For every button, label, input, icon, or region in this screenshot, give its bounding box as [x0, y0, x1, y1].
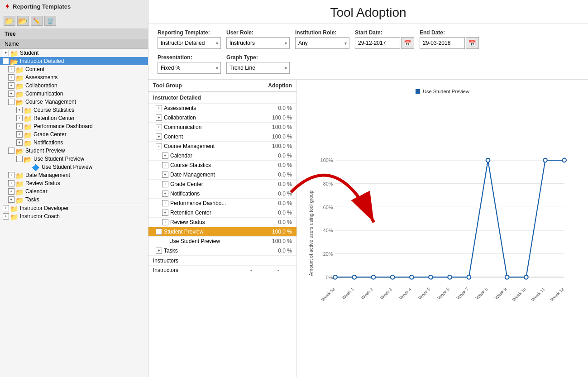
folder-icon-calendar: 📁 — [15, 188, 24, 195]
tree-item-instructor-developer[interactable]: 📁 Instructor Developer — [0, 204, 148, 212]
expand-student-preview-tbl[interactable]: - — [156, 229, 162, 235]
add-folder-button[interactable]: 📁+ — [4, 16, 15, 26]
row-adoption-collaboration: 100.0 % — [256, 115, 292, 121]
expand-retention[interactable] — [16, 115, 23, 121]
expand-instructor-coach[interactable] — [3, 213, 9, 220]
reporting-template-select[interactable]: Instructor Detailed — [158, 37, 221, 49]
expand-calendar-tbl[interactable]: + — [162, 153, 168, 159]
tree-item-performance-dashboard[interactable]: 📁 Performance Dashboard — [0, 122, 148, 130]
expand-tasks-tbl[interactable]: + — [156, 248, 162, 254]
expand-student-preview[interactable] — [8, 148, 14, 154]
tree-item-instructor-detailed[interactable]: 📂 Instructor Detailed — [0, 57, 148, 65]
tree-item-content[interactable]: 📁 Content — [0, 65, 148, 73]
expand-retention-tbl[interactable]: + — [162, 210, 168, 216]
start-date-input[interactable] — [355, 37, 400, 49]
expand-course-management[interactable] — [8, 99, 14, 105]
x-label-6: Week 6 — [436, 286, 450, 301]
table-row-notifications[interactable]: + Notifications 0.0 % — [148, 189, 296, 199]
tree-item-grade-center[interactable]: 📁 Grade Center — [0, 130, 148, 138]
institution-role-select[interactable]: Any — [295, 37, 349, 49]
expand-communication[interactable] — [8, 91, 14, 97]
table-row-date-mgmt[interactable]: + Date Management 0.0 % — [148, 170, 296, 180]
row-label-perf: Performance Dashbo... — [170, 200, 256, 206]
table-row-perf-dashboard[interactable]: + Performance Dashbo... 0.0 % — [148, 199, 296, 208]
table-row-course-stats[interactable]: + Course Statistics 0.0 % — [148, 161, 296, 170]
expand-use-student-preview[interactable] — [16, 156, 23, 162]
table-row-tasks[interactable]: + Tasks 0.0 % — [148, 246, 296, 256]
tree-item-course-statistics[interactable]: 📁 Course Statistics — [0, 106, 148, 114]
expand-notifications-tbl[interactable]: + — [162, 191, 168, 197]
tree-item-use-student-preview-leaf[interactable]: 🔷 Use Student Preview — [0, 163, 148, 171]
row-label-student-preview: Student Preview — [164, 229, 256, 235]
tree-body: 📁 Student 📂 Instructor Detailed 📁 Conten… — [0, 49, 148, 377]
start-date-calendar-button[interactable]: 📅 — [401, 37, 414, 49]
tree-label-calendar: Calendar — [25, 188, 48, 195]
expand-communication-tbl[interactable]: + — [156, 124, 162, 130]
tree-item-course-management[interactable]: 📂 Course Management — [0, 98, 148, 106]
table-row-calendar[interactable]: + Calendar 0.0 % — [148, 151, 296, 161]
data-point-11 — [543, 158, 547, 162]
row-label-date-mgmt: Date Management — [170, 172, 256, 178]
table-row-grade-center[interactable]: + Grade Center 0.0 % — [148, 180, 296, 189]
table-row-review-status[interactable]: + Review Status 0.0 % — [148, 218, 296, 227]
end-date-calendar-button[interactable]: 📅 — [466, 37, 479, 49]
expand-assessments-tbl[interactable]: + — [156, 105, 162, 111]
data-point-6 — [448, 275, 452, 279]
expand-grade-tbl[interactable]: + — [162, 181, 168, 187]
expand-collaboration[interactable] — [8, 82, 14, 89]
expand-calendar[interactable] — [8, 188, 14, 195]
table-row-retention-center[interactable]: + Retention Center 0.0 % — [148, 208, 296, 218]
table-row-student-preview[interactable]: - Student Preview 100.0 % — [148, 227, 296, 237]
expand-performance[interactable] — [16, 123, 23, 129]
tree-item-notifications[interactable]: 📁 Notifications — [0, 138, 148, 147]
table-row-course-management[interactable]: - Course Management 100.0 % — [148, 142, 296, 151]
expand-student[interactable] — [3, 50, 9, 56]
expand-date[interactable] — [8, 172, 14, 178]
expand-tasks[interactable] — [8, 196, 14, 203]
table-row-content[interactable]: + Content 100.0 % — [148, 132, 296, 142]
form-row-2: Presentation: Fixed % Graph Type: Trend … — [158, 54, 579, 74]
expand-assessments[interactable] — [8, 74, 14, 81]
tree-item-retention-center[interactable]: 📁 Retention Center — [0, 114, 148, 122]
tree-item-tasks[interactable]: 📁 Tasks — [0, 196, 148, 204]
tree-item-communication[interactable]: 📁 Communication — [0, 90, 148, 98]
table-row-use-student-preview[interactable]: Use Student Preview 100.0 % — [148, 237, 296, 246]
table-row-collaboration[interactable]: + Collaboration 100.0 % — [148, 113, 296, 123]
presentation-select[interactable]: Fixed % — [158, 62, 221, 74]
end-date-input[interactable] — [420, 37, 465, 49]
add-item-button[interactable]: 📂+ — [17, 16, 29, 26]
expand-date-mgmt-tbl[interactable]: + — [162, 172, 168, 178]
delete-button[interactable]: 🗑️ — [44, 16, 56, 26]
expand-course-stats-tbl[interactable]: + — [162, 162, 168, 168]
tree-item-student-preview[interactable]: 📂 Student Preview — [0, 147, 148, 155]
tree-item-assessments[interactable]: 📁 Assessments — [0, 73, 148, 81]
row-adoption-tasks: 0.0 % — [256, 248, 292, 254]
expand-content[interactable] — [8, 66, 14, 72]
tree-item-collaboration[interactable]: 📁 Collaboration — [0, 81, 148, 90]
row-adoption-perf: 0.0 % — [256, 200, 292, 206]
folder-icon-use-student-preview-parent: 📂 — [24, 156, 32, 162]
tree-item-calendar[interactable]: 📁 Calendar — [0, 187, 148, 196]
table-row-communication[interactable]: + Communication 100.0 % — [148, 123, 296, 132]
expand-content-tbl[interactable]: + — [156, 134, 162, 140]
table-row-assessments[interactable]: + Assessments 0.0 % — [148, 104, 296, 113]
expand-perf-tbl[interactable]: + — [162, 200, 168, 206]
user-role-select[interactable]: Instructors — [226, 37, 290, 49]
tree-item-date-management[interactable]: 📁 Date Management — [0, 171, 148, 179]
tree-item-use-student-preview-parent[interactable]: 📂 Use Student Preview — [0, 155, 148, 163]
tree-item-review-status[interactable]: 📁 Review Status — [0, 179, 148, 187]
expand-notifications[interactable] — [16, 139, 23, 146]
expand-instructor-dev[interactable] — [3, 205, 9, 211]
expand-review-tbl[interactable]: + — [162, 219, 168, 225]
edit-button[interactable]: ✏️ — [31, 16, 43, 26]
expand-course-stats[interactable] — [16, 107, 23, 113]
graph-type-select[interactable]: Trend Line — [226, 62, 290, 74]
expand-collaboration-tbl[interactable]: + — [156, 115, 162, 121]
expand-course-mgmt-tbl[interactable]: - — [156, 143, 162, 149]
expand-grade[interactable] — [16, 131, 23, 138]
reporting-template-label: Reporting Template: — [158, 29, 221, 36]
expand-review[interactable] — [8, 180, 14, 186]
tree-item-instructor-coach[interactable]: 📁 Instructor Coach — [0, 212, 148, 220]
expand-instructor-detailed[interactable] — [3, 58, 9, 64]
tree-item-student[interactable]: 📁 Student — [0, 49, 148, 57]
